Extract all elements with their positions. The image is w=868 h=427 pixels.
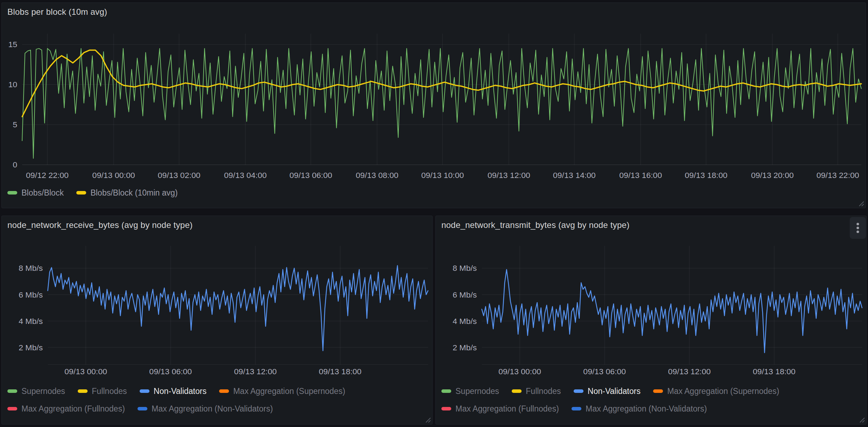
legend-series-pip-icon	[441, 389, 451, 393]
legend-item[interactable]: Blobs/Block	[7, 188, 64, 198]
legend-row-1: SupernodesFullnodesNon-ValidatorsMax Agg…	[441, 386, 779, 396]
legend-series-pip-icon	[138, 407, 147, 410]
legend-label: Non-Validators	[154, 387, 206, 396]
legend-label: Blobs/Block	[21, 188, 64, 198]
legend-series-pip-icon	[140, 389, 149, 393]
legend-series-pip-icon	[78, 389, 88, 393]
x-tick-label: 09/13 00:00	[92, 171, 135, 180]
legend-series-pip-icon	[574, 389, 583, 393]
blobs-per-block-chart[interactable]: 05101509/12 22:0009/13 00:0009/13 02:000…	[2, 3, 866, 208]
x-tick-label: 09/13 22:00	[816, 171, 859, 180]
x-tick-label: 09/13 16:00	[619, 171, 662, 180]
legend-row-1: SupernodesFullnodesNon-ValidatorsMax Agg…	[7, 386, 345, 396]
legend-item[interactable]: Max Aggregation (Fullnodes)	[7, 404, 125, 414]
y-tick-label: 0	[13, 160, 17, 169]
grafana-dashboard: Blobs per block (10m avg) 05101509/12 22…	[0, 0, 868, 427]
legend-item[interactable]: Supernodes	[441, 387, 499, 396]
y-tick-label: 5	[13, 120, 17, 129]
legend-item[interactable]: Max Aggregation (Supernodes)	[653, 387, 779, 396]
x-tick-label: 09/13 18:00	[319, 367, 362, 376]
legend-series-pip-icon	[7, 407, 17, 410]
panel-blobs-per-block: Blobs per block (10m avg) 05101509/12 22…	[1, 2, 866, 208]
x-tick-label: 09/13 04:00	[224, 171, 267, 180]
y-tick-label: 4 Mb/s	[19, 317, 43, 326]
legend-label: Max Aggregation (Non-Validators)	[152, 404, 273, 414]
x-tick-label: 09/13 12:00	[668, 367, 710, 376]
legend-row-2: Max Aggregation (Fullnodes)Max Aggregati…	[441, 404, 707, 414]
series-line	[48, 266, 428, 351]
x-tick-label: 09/13 00:00	[64, 367, 107, 376]
legend-series-pip-icon	[219, 389, 229, 393]
legend-series-pip-icon	[441, 407, 451, 410]
legend-label: Blobs/Block (10min avg)	[90, 188, 178, 198]
legend-item[interactable]: Supernodes	[7, 387, 65, 396]
x-tick-label: 09/13 06:00	[149, 367, 192, 376]
x-tick-label: 09/13 14:00	[553, 171, 595, 180]
legend-label: Max Aggregation (Fullnodes)	[21, 404, 125, 414]
legend-label: Non-Validators	[588, 387, 640, 396]
y-tick-label: 6 Mb/s	[19, 290, 43, 299]
y-tick-label: 4 Mb/s	[453, 317, 477, 326]
y-tick-label: 10	[8, 80, 17, 89]
x-tick-label: 09/13 12:00	[487, 171, 530, 180]
panel-network-transmit: node_network_transmit_bytes (avg by node…	[435, 216, 867, 425]
legend-item[interactable]: Max Aggregation (Non-Validators)	[572, 404, 707, 414]
x-tick-label: 09/13 12:00	[234, 367, 276, 376]
legend-label: Fullnodes	[92, 387, 127, 396]
legend: Blobs/BlockBlobs/Block (10min avg)	[7, 188, 178, 198]
legend-item[interactable]: Non-Validators	[140, 387, 206, 396]
legend-item[interactable]: Max Aggregation (Supernodes)	[219, 387, 345, 396]
panel-network-receive: node_network_receive_bytes (avg by node …	[1, 216, 433, 425]
x-tick-label: 09/13 18:00	[685, 171, 727, 180]
resize-handle-icon[interactable]	[425, 417, 431, 423]
legend-label: Supernodes	[21, 387, 65, 396]
y-tick-label: 8 Mb/s	[453, 263, 477, 273]
x-tick-label: 09/13 06:00	[289, 171, 332, 180]
legend-item[interactable]: Non-Validators	[574, 387, 640, 396]
x-tick-label: 09/13 00:00	[498, 367, 541, 376]
legend-item[interactable]: Fullnodes	[78, 387, 127, 396]
y-tick-label: 15	[8, 40, 17, 49]
legend-series-pip-icon	[512, 389, 522, 393]
legend-item[interactable]: Fullnodes	[512, 387, 561, 396]
legend-label: Max Aggregation (Fullnodes)	[455, 404, 559, 414]
x-tick-label: 09/12 22:00	[26, 171, 69, 180]
legend-label: Fullnodes	[526, 387, 561, 396]
legend-item[interactable]: Max Aggregation (Fullnodes)	[441, 404, 559, 414]
legend-label: Supernodes	[455, 387, 499, 396]
legend-label: Max Aggregation (Supernodes)	[667, 387, 779, 396]
x-tick-label: 09/13 10:00	[421, 171, 464, 180]
y-tick-label: 6 Mb/s	[453, 290, 477, 299]
legend-series-pip-icon	[76, 191, 86, 195]
series-line	[22, 49, 861, 158]
y-tick-label: 2 Mb/s	[19, 343, 43, 352]
x-tick-label: 09/13 18:00	[753, 367, 796, 376]
x-tick-label: 09/13 20:00	[751, 171, 793, 180]
legend-series-pip-icon	[7, 389, 17, 393]
x-tick-label: 09/13 08:00	[356, 171, 398, 180]
resize-handle-icon[interactable]	[859, 417, 865, 423]
legend-item[interactable]: Blobs/Block (10min avg)	[76, 188, 178, 198]
legend-item[interactable]: Max Aggregation (Non-Validators)	[138, 404, 273, 414]
legend-label: Max Aggregation (Supernodes)	[233, 387, 345, 396]
legend-row-2: Max Aggregation (Fullnodes)Max Aggregati…	[7, 404, 273, 414]
series-line	[482, 269, 862, 353]
x-tick-label: 09/13 06:00	[583, 367, 626, 376]
legend-series-pip-icon	[7, 191, 17, 195]
x-tick-label: 09/13 02:00	[158, 171, 200, 180]
legend-series-pip-icon	[653, 389, 663, 393]
y-tick-label: 8 Mb/s	[19, 263, 43, 273]
resize-handle-icon[interactable]	[858, 200, 864, 207]
legend-label: Max Aggregation (Non-Validators)	[586, 404, 707, 414]
y-tick-label: 2 Mb/s	[453, 343, 477, 352]
legend-series-pip-icon	[572, 407, 581, 410]
